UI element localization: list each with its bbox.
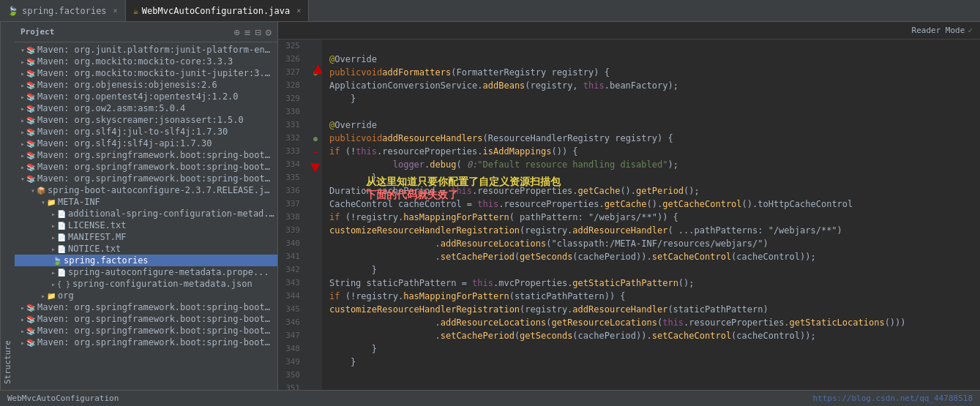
line-num-351: 351 — [278, 382, 304, 390]
tree-chevron: ▸ — [20, 315, 25, 323]
line-num-335: 335 — [278, 171, 304, 184]
tree-item-13[interactable]: ▾📁META-INF — [15, 196, 277, 208]
tree-item-10[interactable]: ▸📚Maven: org.springframework.boot:spring… — [15, 161, 277, 173]
tree-label: Maven: org.junit.platform:junit-platform… — [37, 45, 274, 55]
code-line-349: } — [329, 356, 973, 369]
tree-chevron: ▸ — [20, 128, 25, 136]
tree-item-18[interactable]: 🍃spring.factories — [15, 255, 277, 266]
code-line-347: .setCachePeriod(getSeconds(cachePeriod))… — [329, 329, 973, 342]
tree-label: Maven: org.springframework.boot:spring-b… — [37, 302, 274, 312]
tree-item-12[interactable]: ▾📦spring-boot-autoconfigure-2.3.7.RELEAS… — [15, 184, 277, 196]
tree-chevron: ▸ — [20, 304, 25, 312]
tree-item-1[interactable]: ▸📚Maven: org.mockito:mockito-core:3.3.3 — [15, 56, 277, 67]
tree-label: Maven: org.objenesis:objenesis:2.6 — [37, 80, 274, 90]
code-line-333: if (!this.resourceProperties.isAddMappin… — [329, 145, 973, 158]
line-num-339: 339 — [278, 224, 304, 237]
line-num-350: 350 — [278, 369, 304, 382]
line-num-327: 327 — [278, 66, 304, 79]
tree-item-2[interactable]: ▸📚Maven: org.mockito:mockito-junit-jupit… — [15, 67, 277, 79]
tree-item-11[interactable]: ▾📚Maven: org.springframework.boot:spring… — [15, 173, 277, 184]
tree-item-23[interactable]: ▸📚Maven: org.springframework.boot:spring… — [15, 313, 277, 325]
tree-item-8[interactable]: ▸📚Maven: org.slf4j:slf4j-api:1.7.30 — [15, 138, 277, 149]
tree-chevron: ▸ — [20, 327, 25, 335]
tree-item-17[interactable]: ▸📄NOTICE.txt — [15, 243, 277, 255]
gutter-338 — [309, 211, 322, 224]
tab-spring-factories[interactable]: 🍃 spring.factories × — [0, 0, 126, 21]
tree-label: Maven: org.springframework.boot:spring-b… — [37, 326, 274, 336]
status-right: https://blog.csdn.net/qq_44788518 — [812, 394, 973, 403]
status-left: WebMvcAutoConfiguration — [7, 394, 119, 403]
line-num-330: 330 — [278, 105, 304, 119]
code-line-341: .setCachePeriod(getSeconds(cachePeriod))… — [329, 250, 973, 263]
tab-webmvc[interactable]: ☕ WebMvcAutoConfiguration.java × — [126, 0, 310, 21]
tree-label: META-INF — [58, 197, 274, 207]
line-num-332: 332 — [278, 132, 304, 145]
tree-item-15[interactable]: ▸📄LICENSE.txt — [15, 219, 277, 231]
tree-item-25[interactable]: ▸📚Maven: org.springframework.boot:spring… — [15, 337, 277, 348]
tree-chevron: ▸ — [20, 93, 25, 101]
gutter-345 — [309, 303, 322, 316]
code-scroll-area[interactable]: 3253263273283293303313323333343353363373… — [278, 40, 980, 390]
line-num-340: 340 — [278, 237, 304, 250]
tree-label: NOTICE.txt — [68, 244, 274, 254]
tree-item-9[interactable]: ▸📚Maven: org.springframework.boot:spring… — [15, 149, 277, 161]
collapse-icon[interactable]: ≡ — [244, 26, 250, 38]
tree-label: Maven: org.skyscreamer:jsonassert:1.5.0 — [37, 115, 274, 125]
sync-icon[interactable]: ⊕ — [233, 26, 239, 38]
line-num-333: 333 — [278, 145, 304, 158]
gutter-340 — [309, 237, 322, 250]
reader-mode-bar: Reader Mode ✓ — [278, 22, 980, 40]
tree-label: Maven: org.springframework.boot:spring-b… — [37, 173, 274, 184]
gutter-346 — [309, 316, 322, 329]
tree-label: Maven: org.ow2.asm:asm:5.0.4 — [37, 103, 274, 113]
gutter-331 — [309, 119, 322, 132]
tree-chevron: ▾ — [20, 46, 25, 54]
tree-chevron: ▸ — [20, 116, 25, 124]
tree-label: Maven: org.springframework.boot:spring-b… — [37, 150, 274, 160]
tree-label: Maven: org.slf4j:slf4j-api:1.7.30 — [37, 138, 274, 149]
line-number-gutter: 3253263273283293303313323333343353363373… — [278, 40, 309, 390]
tree-label: Maven: org.opentest4j:opentest4j:1.2.0 — [37, 91, 274, 102]
code-line-345: customizeResourceHandlerRegistration(reg… — [329, 303, 973, 316]
close-webmvc[interactable]: × — [296, 7, 301, 15]
tree-item-7[interactable]: ▸📚Maven: org.slf4j:jul-to-slf4j:1.7.30 — [15, 126, 277, 138]
line-num-347: 347 — [278, 329, 304, 342]
tree-item-22[interactable]: ▸📚Maven: org.springframework.boot:spring… — [15, 301, 277, 313]
tree-item-4[interactable]: ▸📚Maven: org.opentest4j:opentest4j:1.2.0 — [15, 91, 277, 102]
tree-chevron: ▸ — [20, 58, 25, 66]
tree-label: additional-spring-configuration-metad... — [68, 208, 274, 219]
tree-item-19[interactable]: ▸📄spring-autoconfigure-metadata.prope... — [15, 266, 277, 278]
tree-chevron: ▸ — [20, 69, 25, 78]
layout-icon[interactable]: ⊟ — [255, 26, 261, 38]
tree-item-0[interactable]: ▾📚Maven: org.junit.platform:junit-platfo… — [15, 44, 277, 56]
tree-item-5[interactable]: ▸📚Maven: org.ow2.asm:asm:5.0.4 — [15, 102, 277, 114]
line-num-328: 328 — [278, 79, 304, 92]
gutter-344 — [309, 290, 322, 303]
tree-item-16[interactable]: ▸📄MANIFEST.MF — [15, 231, 277, 243]
sidebar-title: Project — [20, 27, 54, 37]
settings-icon[interactable]: ⚙ — [266, 26, 272, 38]
tree-item-14[interactable]: ▸📄additional-spring-configuration-metad.… — [15, 208, 277, 219]
code-line-339: customizeResourceHandlerRegistration(reg… — [329, 224, 973, 237]
structure-panel-tab[interactable]: Structure — [0, 22, 15, 390]
line-num-342: 342 — [278, 263, 304, 277]
tree-item-21[interactable]: ▸📁org — [15, 290, 277, 301]
gutter-335 — [309, 171, 322, 184]
tree-item-20[interactable]: ▸{ }spring-configuration-metadata.json — [15, 278, 277, 290]
close-spring-factories[interactable]: × — [113, 7, 118, 15]
code-line-327: public void addFormatters(FormatterRegis… — [329, 66, 973, 79]
code-line-343: String staticPathPattern = this.mvcPrope… — [329, 277, 973, 290]
code-content[interactable]: @Override public void addFormatters(Form… — [322, 40, 980, 390]
tree-item-24[interactable]: ▸📚Maven: org.springframework.boot:spring… — [15, 325, 277, 337]
tree-label: LICENSE.txt — [68, 220, 274, 230]
project-tree[interactable]: ▾📚Maven: org.junit.platform:junit-platfo… — [15, 42, 277, 390]
code-editor-container[interactable]: 3253263273283293303313323333343353363373… — [278, 40, 980, 390]
reader-mode-check: ✓ — [968, 26, 973, 35]
gutter-350 — [309, 369, 322, 382]
line-num-337: 337 — [278, 198, 304, 211]
webmvc-icon: ☕ — [133, 6, 138, 16]
gutter-349 — [309, 356, 322, 369]
tree-item-6[interactable]: ▸📚Maven: org.skyscreamer:jsonassert:1.5.… — [15, 114, 277, 126]
tree-chevron: ▸ — [20, 140, 25, 148]
tree-item-3[interactable]: ▸📚Maven: org.objenesis:objenesis:2.6 — [15, 79, 277, 91]
